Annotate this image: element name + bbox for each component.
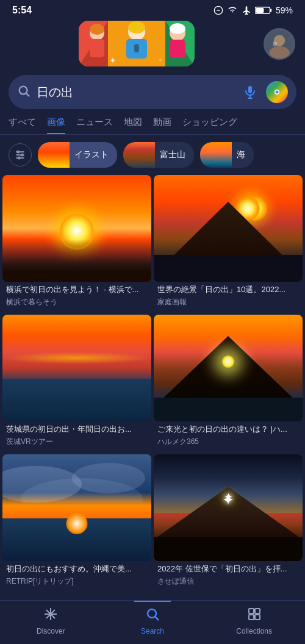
image-source-4: ハルメク365 xyxy=(157,437,299,447)
image-sea1 xyxy=(2,315,151,421)
image-title-1: 横浜で初日の出を見よう！ - 横浜で... xyxy=(6,285,148,295)
svg-point-25 xyxy=(273,41,277,46)
tab-maps[interactable]: 地図 xyxy=(124,116,142,134)
svg-line-27 xyxy=(26,93,29,96)
image-source-2: 家庭画報 xyxy=(157,297,299,307)
chip-illust-thumb xyxy=(38,142,70,168)
svg-rect-46 xyxy=(255,615,260,620)
nav-search-label: Search xyxy=(141,627,164,635)
chip-sea-thumb xyxy=(200,142,232,168)
grid-item-4[interactable]: ご来光と初の日の出の違いは？ |ハ... ハルメク365 xyxy=(154,315,303,452)
collections-icon xyxy=(247,607,262,625)
avatar-image xyxy=(265,28,294,60)
svg-point-18 xyxy=(170,23,185,34)
svg-point-26 xyxy=(20,86,27,94)
search-icon xyxy=(17,84,30,101)
tab-news[interactable]: ニュース xyxy=(76,116,113,134)
image-fuji1 xyxy=(154,175,303,282)
chip-fuji-thumb xyxy=(123,142,155,168)
svg-rect-44 xyxy=(255,609,260,614)
caption-1: 横浜で初日の出を見よう！ - 横浜で... 横浜で暮らそう xyxy=(2,282,151,312)
grid-item-1[interactable]: 横浜で初日の出を見よう！ - 横浜で... 横浜で暮らそう xyxy=(2,175,151,312)
svg-rect-28 xyxy=(248,86,252,93)
tab-images[interactable]: 画像 xyxy=(47,116,65,134)
image-fuji3: ✦ xyxy=(154,454,303,561)
image-grid: 横浜で初日の出を見よう！ - 横浜で... 横浜で暮らそう 世界の絶景「日の出」… xyxy=(0,175,305,592)
svg-line-42 xyxy=(156,617,159,621)
caption-4: ご来光と初の日の出の違いは？ |ハ... ハルメク365 xyxy=(154,421,303,452)
search-query[interactable]: 日の出 xyxy=(37,84,234,101)
image-title-2: 世界の絶景「日の出」10選。2022... xyxy=(157,285,299,295)
svg-text:✦: ✦ xyxy=(109,55,117,65)
user-avatar[interactable] xyxy=(264,28,295,60)
microphone-icon[interactable] xyxy=(240,82,260,102)
image-ocean1 xyxy=(2,454,151,561)
wifi-icon xyxy=(227,6,238,15)
status-time: 5:54 xyxy=(12,5,32,16)
svg-point-30 xyxy=(276,91,279,94)
svg-point-24 xyxy=(269,46,289,59)
image-source-5: RETRIP[リトリップ] xyxy=(6,576,148,587)
banner-illustration: ✦ ✧ xyxy=(79,21,195,66)
grid-item-3[interactable]: 茨城県の初日の出・年間日の出お... 茨城VRツアー xyxy=(2,315,151,452)
banner-area: ✦ ✧ xyxy=(0,18,305,73)
svg-point-41 xyxy=(148,609,156,618)
bottom-nav: Discover Search Collections xyxy=(0,600,305,644)
chip-sea[interactable]: 海 xyxy=(200,142,254,168)
google-lens-icon[interactable] xyxy=(266,81,288,103)
airplane-icon xyxy=(242,5,251,15)
status-bar: 5:54 59% xyxy=(0,0,305,18)
nav-discover-label: Discover xyxy=(37,627,65,635)
banner-svg: ✦ ✧ xyxy=(79,21,195,66)
battery-icon xyxy=(255,6,272,15)
svg-rect-15 xyxy=(170,40,185,58)
tab-all[interactable]: すべて xyxy=(9,116,36,134)
tab-videos[interactable]: 動画 xyxy=(153,116,171,134)
nav-collections[interactable]: Collections xyxy=(203,601,305,644)
image-fuji2 xyxy=(154,315,303,421)
dnd-icon xyxy=(214,5,223,15)
image-title-5: 初日の出にもおすすめ。沖縄で美... xyxy=(6,564,148,574)
image-source-1: 横浜で暮らそう xyxy=(6,297,148,307)
search-bar[interactable]: 日の出 xyxy=(9,75,296,109)
battery-percent: 59% xyxy=(276,5,293,15)
caption-6: 2022年 佐世保で「初日の出」を拝... させぼ通信 xyxy=(154,561,303,592)
svg-rect-43 xyxy=(249,609,254,614)
filter-settings-button[interactable] xyxy=(9,143,32,166)
promo-banner[interactable]: ✦ ✧ xyxy=(79,21,195,66)
svg-point-34 xyxy=(17,151,19,152)
chip-fuji[interactable]: 富士山 xyxy=(123,142,194,168)
svg-rect-4 xyxy=(256,8,264,13)
image-title-4: ご来光と初の日の出の違いは？ |ハ... xyxy=(157,424,299,435)
svg-point-36 xyxy=(18,157,20,159)
chip-sea-label: 海 xyxy=(232,149,254,160)
image-title-6: 2022年 佐世保で「初日の出」を拝... xyxy=(157,564,299,574)
grid-item-5[interactable]: 初日の出にもおすすめ。沖縄で美... RETRIP[リトリップ] xyxy=(2,454,151,592)
chip-illust-label: イラスト xyxy=(70,149,117,160)
tab-shopping[interactable]: ショッピング xyxy=(182,116,237,134)
nav-search[interactable]: Search xyxy=(102,601,204,644)
filter-tabs: すべて 画像 ニュース 地図 動画 ショッピング xyxy=(0,116,305,135)
svg-point-16 xyxy=(90,24,104,35)
chip-fuji-label: 富士山 xyxy=(155,149,194,160)
discover-icon xyxy=(43,607,58,625)
image-source-3: 茨城VRツアー xyxy=(6,437,148,447)
search-nav-icon xyxy=(145,607,160,625)
caption-3: 茨城県の初日の出・年間日の出お... 茨城VRツアー xyxy=(2,421,151,452)
caption-2: 世界の絶景「日の出」10選。2022... 家庭画報 xyxy=(154,282,303,312)
chip-illust[interactable]: イラスト xyxy=(38,142,117,168)
status-icons: 59% xyxy=(214,5,293,15)
image-title-3: 茨城県の初日の出・年間日の出お... xyxy=(6,424,148,435)
caption-5: 初日の出にもおすすめ。沖縄で美... RETRIP[リトリップ] xyxy=(2,561,151,592)
image-source-6: させぼ通信 xyxy=(157,576,299,587)
nav-discover[interactable]: Discover xyxy=(0,601,102,644)
nav-collections-label: Collections xyxy=(236,627,272,635)
image-sunset1 xyxy=(2,175,151,282)
svg-point-35 xyxy=(21,154,23,156)
svg-rect-11 xyxy=(90,39,104,57)
grid-item-2[interactable]: 世界の絶景「日の出」10選。2022... 家庭画報 xyxy=(154,175,303,312)
grid-item-6[interactable]: ✦ 2022年 佐世保で「初日の出」を拝... させぼ通信 xyxy=(154,454,303,592)
svg-rect-45 xyxy=(249,615,254,620)
svg-point-17 xyxy=(128,21,145,34)
svg-rect-3 xyxy=(270,9,271,12)
